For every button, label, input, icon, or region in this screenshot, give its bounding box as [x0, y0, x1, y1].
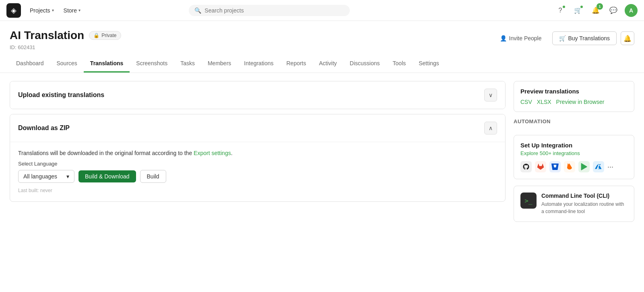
- tab-reports[interactable]: Reports: [280, 55, 312, 72]
- tab-integrations[interactable]: Integrations: [237, 55, 280, 72]
- tab-tasks[interactable]: Tasks: [174, 55, 201, 72]
- cli-description: Automate your localization routine with …: [541, 201, 627, 215]
- project-title: AI Translation: [10, 29, 84, 42]
- private-badge: 🔒 Private: [89, 31, 121, 40]
- invite-people-button[interactable]: 👤 Invite People: [493, 32, 548, 45]
- marketplace-button[interactable]: 🛒: [572, 4, 584, 17]
- tab-translations[interactable]: Translations: [84, 55, 130, 72]
- download-card-body: Translations will be downloaded in the o…: [10, 142, 505, 201]
- nav-right: ? 🛒 🔔 1 💬 A: [554, 4, 638, 17]
- tab-sources[interactable]: Sources: [50, 55, 84, 72]
- project-bell-icon: 🔔: [623, 35, 632, 42]
- xlsx-link[interactable]: XLSX: [537, 99, 551, 105]
- nav-store[interactable]: Store ▾: [60, 5, 85, 16]
- build-download-button[interactable]: Build & Download: [78, 170, 136, 182]
- tab-dashboard[interactable]: Dashboard: [10, 55, 50, 72]
- left-panel: Upload existing translations ∨ Download …: [10, 81, 506, 222]
- export-settings-link[interactable]: Export settings: [194, 150, 231, 156]
- integration-card: Set Up Integration Explore 500+ integrat…: [514, 135, 634, 179]
- help-button[interactable]: ?: [554, 4, 567, 17]
- nav-menu: Projects ▾ Store ▾: [26, 5, 85, 16]
- azure-icon[interactable]: [593, 161, 604, 172]
- integration-title: Set Up Integration: [520, 142, 627, 149]
- cli-card: >_ Command Line Tool (CLI) Automate your…: [514, 186, 634, 222]
- project-actions: 👤 Invite People 🛒 Buy Translations 🔔: [493, 31, 634, 45]
- project-id: ID: 602431: [10, 44, 121, 50]
- user-avatar[interactable]: A: [625, 4, 638, 17]
- lock-icon: 🔒: [93, 33, 99, 38]
- select-chevron-icon: ▾: [66, 173, 69, 180]
- preview-card-title: Preview translations: [520, 88, 627, 95]
- build-button[interactable]: Build: [140, 170, 166, 183]
- tab-screenshots[interactable]: Screenshots: [130, 55, 174, 72]
- topnav: ◈ Projects ▾ Store ▾ 🔍 ? 🛒 🔔 1 💬 A: [0, 0, 644, 21]
- notifications-badge: 1: [597, 3, 603, 10]
- cli-icon: >_: [520, 193, 537, 209]
- cart-icon: 🛒: [559, 35, 566, 41]
- last-built-info: Last built: never: [18, 188, 497, 193]
- preview-browser-link[interactable]: Preview in Browser: [556, 99, 605, 105]
- project-notifications-button[interactable]: 🔔: [621, 31, 634, 45]
- help-icon: ?: [559, 7, 562, 14]
- download-card: Download as ZIP ∧ Translations will be d…: [10, 114, 506, 202]
- tab-discussions[interactable]: Discussions: [343, 55, 386, 72]
- upload-card-title: Upload existing translations: [18, 91, 104, 99]
- more-integrations-button[interactable]: ···: [607, 163, 613, 171]
- firebase-icon[interactable]: [564, 161, 575, 172]
- messages-button[interactable]: 💬: [607, 4, 620, 17]
- integration-icons: ···: [520, 161, 627, 172]
- cli-title: Command Line Tool (CLI): [541, 193, 627, 199]
- bitbucket-icon[interactable]: [549, 161, 561, 172]
- nav-projects[interactable]: Projects ▾: [26, 5, 58, 16]
- github-icon[interactable]: [520, 161, 532, 172]
- tab-members[interactable]: Members: [201, 55, 237, 72]
- download-card-header: Download as ZIP ∧: [10, 114, 505, 142]
- logo-icon: ◈: [11, 6, 17, 15]
- preview-card: Preview translations CSV XLSX Preview in…: [514, 81, 634, 112]
- controls-row: All languages ▾ Build & Download Build: [18, 170, 497, 183]
- tabs: Dashboard Sources Translations Screensho…: [0, 55, 644, 73]
- store-chevron-icon: ▾: [78, 8, 80, 12]
- tab-settings[interactable]: Settings: [412, 55, 446, 72]
- right-panel: Preview translations CSV XLSX Preview in…: [514, 81, 634, 222]
- download-card-title: Download as ZIP: [18, 124, 70, 132]
- project-title-row: AI Translation 🔒 Private: [10, 29, 121, 42]
- upload-collapse-button[interactable]: ∨: [484, 89, 497, 101]
- tab-activity[interactable]: Activity: [313, 55, 343, 72]
- csv-link[interactable]: CSV: [520, 99, 532, 105]
- chevron-up-icon: ∧: [489, 125, 493, 131]
- select-language-label: Select Language: [18, 161, 497, 167]
- tab-tools[interactable]: Tools: [386, 55, 413, 72]
- download-collapse-button[interactable]: ∧: [484, 122, 497, 135]
- explore-integrations-link[interactable]: Explore 500+ integrations: [520, 150, 627, 156]
- project-title-area: AI Translation 🔒 Private ID: 602431: [10, 29, 121, 50]
- search-input[interactable]: [204, 7, 344, 14]
- automation-label: Automation: [514, 118, 634, 124]
- search-icon: 🔍: [194, 7, 201, 14]
- cli-info: Command Line Tool (CLI) Automate your lo…: [541, 193, 627, 215]
- google-play-icon[interactable]: [578, 161, 590, 172]
- search-bar[interactable]: 🔍: [189, 5, 350, 16]
- messages-icon: 💬: [609, 6, 617, 14]
- projects-chevron-icon: ▾: [52, 8, 54, 12]
- project-header: AI Translation 🔒 Private ID: 602431 👤 In…: [0, 21, 644, 50]
- marketplace-badge: [580, 5, 584, 9]
- chevron-down-icon: ∨: [489, 92, 493, 98]
- gitlab-icon[interactable]: [535, 161, 546, 172]
- upload-card-header: Upload existing translations ∨: [10, 81, 505, 109]
- download-description: Translations will be downloaded in the o…: [18, 142, 497, 161]
- notifications-button[interactable]: 🔔 1: [589, 4, 602, 17]
- upload-card: Upload existing translations ∨: [10, 81, 506, 109]
- invite-icon: 👤: [500, 35, 507, 41]
- buy-translations-button[interactable]: 🛒 Buy Translations: [552, 31, 617, 45]
- app-logo[interactable]: ◈: [6, 3, 21, 18]
- help-badge: [562, 5, 566, 9]
- main-content: Upload existing translations ∨ Download …: [0, 73, 644, 230]
- preview-links: CSV XLSX Preview in Browser: [520, 99, 627, 105]
- language-select[interactable]: All languages ▾: [18, 170, 74, 183]
